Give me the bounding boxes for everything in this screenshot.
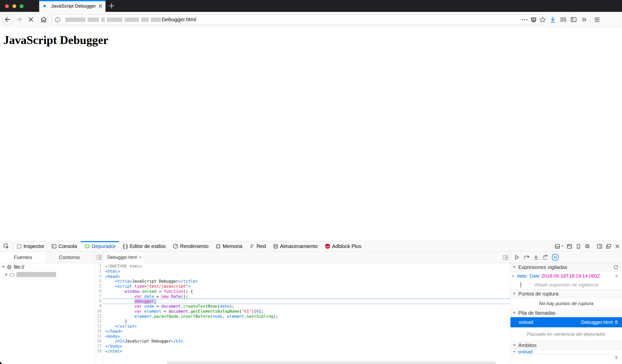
- line-number[interactable]: 5: [95, 284, 101, 289]
- separate-window-icon[interactable]: [606, 243, 611, 249]
- responsive-design-icon[interactable]: [575, 243, 581, 249]
- code-line-5[interactable]: 5 <script type="text/javascript">: [95, 284, 510, 289]
- line-number[interactable]: 12: [95, 319, 101, 324]
- tree-item-folder[interactable]: [0, 271, 95, 278]
- code-line-13[interactable]: 13 </script>: [95, 324, 510, 329]
- menu-hamburger-icon[interactable]: [594, 16, 600, 23]
- bookmark-star-icon[interactable]: [539, 16, 545, 22]
- code-line-1[interactable]: 1<!DOCTYPE html>: [95, 264, 510, 269]
- tab-depurador[interactable]: Depurador: [81, 241, 119, 251]
- download-icon[interactable]: [549, 16, 556, 23]
- window-zoom-button[interactable]: [20, 4, 24, 8]
- forward-button[interactable]: [16, 16, 23, 23]
- tab-editor-estilos[interactable]: { } Editor de estilos: [119, 241, 169, 251]
- watch-expression-row[interactable]: date: Date 2018-05-18T18:19:14.060Z ×: [510, 271, 622, 280]
- stop-button[interactable]: [28, 16, 34, 23]
- line-number[interactable]: 1: [95, 264, 101, 269]
- scope-row-onload[interactable]: onload: [510, 350, 622, 354]
- expander-down-icon[interactable]: [2, 266, 5, 268]
- settings-gear-icon[interactable]: [584, 243, 590, 249]
- code-line-11[interactable]: 11 element.parentNode.insertBefore(node,…: [95, 314, 510, 319]
- code-line-9[interactable]: 9 var node = document.createTextNode(dat…: [95, 304, 510, 309]
- line-number[interactable]: 17: [95, 344, 101, 349]
- refresh-icon[interactable]: [613, 265, 618, 270]
- dock-to-side-icon[interactable]: [597, 243, 603, 249]
- split-console-icon[interactable]: [567, 243, 572, 249]
- code-line-6[interactable]: 6 window.onload = function() {: [95, 289, 510, 294]
- back-button[interactable]: [2, 14, 13, 25]
- sidebar-icon[interactable]: [570, 16, 577, 23]
- window-minimize-button[interactable]: [12, 4, 16, 8]
- close-devtools-icon[interactable]: [614, 243, 620, 249]
- tab-rendimiento[interactable]: Rendimiento: [169, 241, 212, 251]
- collapse-sources-pane-icon[interactable]: [96, 255, 102, 260]
- line-number[interactable]: 3: [95, 274, 101, 279]
- tab-inspector[interactable]: Inspector: [13, 241, 48, 251]
- code-line-16[interactable]: 16 <h1>JavaScript Debugger</h1>: [95, 339, 510, 344]
- code-editor[interactable]: 1<!DOCTYPE html>2<html>3<head>4 <title>J…: [95, 263, 510, 364]
- code-line-12[interactable]: 12 }: [95, 319, 510, 324]
- tab-almacenamiento[interactable]: Almacenamiento: [269, 241, 321, 251]
- line-number[interactable]: 9: [95, 304, 101, 309]
- code-line-18[interactable]: 18</html>: [95, 349, 510, 354]
- browser-tab[interactable]: JavaScript Debugger: [39, 0, 105, 12]
- step-out-icon[interactable]: [542, 254, 549, 261]
- resume-icon[interactable]: [513, 254, 520, 261]
- expander-right-icon[interactable]: [513, 275, 514, 277]
- tab-red[interactable]: Red: [246, 241, 269, 251]
- tab-contorno[interactable]: Contorno: [46, 252, 93, 263]
- pause-icon[interactable]: [551, 254, 559, 261]
- site-info-icon[interactable]: [55, 17, 61, 23]
- tree-item-file-root[interactable]: file://: [0, 263, 95, 271]
- watch-expressions-header[interactable]: Expresiones vigiladas: [510, 263, 622, 271]
- line-number[interactable]: 10: [95, 309, 101, 314]
- add-watch-input[interactable]: Añadir expresión de vigilancia: [510, 280, 622, 290]
- code-line-17[interactable]: 17</body>: [95, 344, 510, 349]
- code-line-8[interactable]: 8 debugger;: [95, 299, 510, 304]
- editor-file-tab[interactable]: Debugger.html ×: [104, 252, 145, 263]
- tab-fuentes[interactable]: Fuentes: [0, 252, 46, 263]
- new-tab-button[interactable]: [108, 3, 115, 9]
- code-line-14[interactable]: 14</head>: [95, 329, 510, 334]
- code-line-3[interactable]: 3<head>: [95, 274, 510, 279]
- breakpoints-header[interactable]: Puntos de ruptura: [510, 290, 622, 298]
- tab-close-icon[interactable]: [97, 3, 104, 9]
- url-bar[interactable]: Debugger.html: [52, 14, 546, 25]
- line-number[interactable]: 2: [95, 269, 101, 274]
- code-line-4[interactable]: 4 <title>JavaScript Debugger</title>: [95, 279, 510, 284]
- line-number[interactable]: 13: [95, 324, 101, 329]
- window-close-button[interactable]: [5, 4, 9, 8]
- code-line-10[interactable]: 10 var element = document.getElementsByT…: [95, 309, 510, 314]
- code-line-7[interactable]: 7 var date = new Date();: [95, 294, 510, 299]
- dock-mode-button[interactable]: [554, 243, 564, 249]
- line-number[interactable]: 15: [95, 334, 101, 339]
- scopes-header[interactable]: Ámbitos: [510, 341, 622, 350]
- tab-adblock-plus[interactable]: ABP Adblock Plus: [321, 241, 365, 251]
- tab-memoria[interactable]: Memoria: [212, 241, 246, 251]
- expand-panes-icon[interactable]: [503, 255, 508, 260]
- line-number[interactable]: 14: [95, 329, 101, 334]
- callstack-frame-selected[interactable]: onload Debugger.html: 8: [510, 317, 622, 327]
- home-button[interactable]: [40, 16, 47, 23]
- code-line-2[interactable]: 2<html>: [95, 269, 510, 274]
- line-number[interactable]: 18: [95, 349, 101, 354]
- pocket-icon[interactable]: [530, 16, 536, 22]
- step-over-icon[interactable]: [523, 254, 530, 261]
- callstack-header[interactable]: Pila de llamadas: [510, 309, 622, 317]
- overflow-chevrons-icon[interactable]: [581, 16, 587, 23]
- line-number[interactable]: 16: [95, 339, 101, 344]
- line-number[interactable]: 4: [95, 279, 101, 284]
- code-line-15[interactable]: 15<body>: [95, 334, 510, 339]
- line-number[interactable]: 6: [95, 289, 101, 294]
- file-tab-close-icon[interactable]: ×: [139, 255, 142, 260]
- line-number[interactable]: 11: [95, 314, 101, 319]
- watch-remove-icon[interactable]: ×: [615, 273, 618, 279]
- step-in-icon[interactable]: [533, 254, 539, 261]
- page-actions-icon[interactable]: [521, 18, 527, 24]
- line-number[interactable]: 7: [95, 294, 101, 299]
- pick-element-icon[interactable]: [0, 241, 13, 251]
- help-question-mark[interactable]: ?: [615, 355, 617, 361]
- line-number[interactable]: 8: [95, 299, 101, 304]
- library-icon[interactable]: [560, 16, 566, 23]
- tab-consola[interactable]: Consola: [48, 241, 80, 251]
